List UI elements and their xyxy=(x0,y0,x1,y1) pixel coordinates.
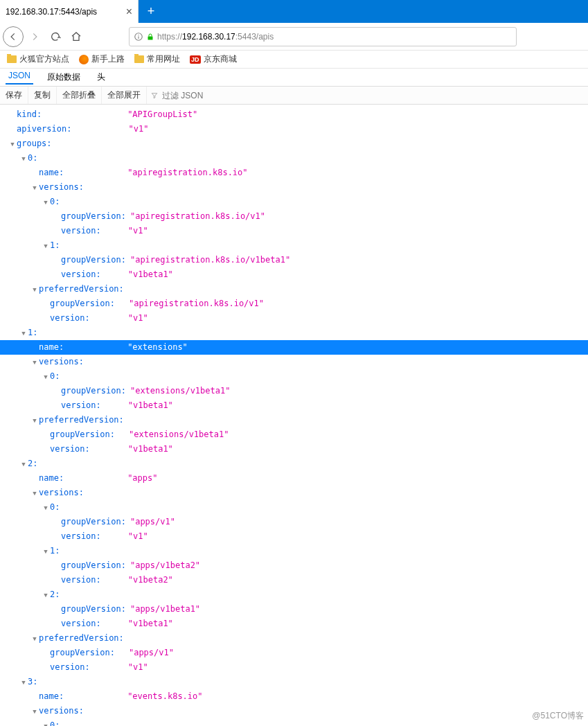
browser-tab[interactable]: 192.168.30.17:5443/apis × xyxy=(0,0,139,23)
json-key: 0 xyxy=(50,500,55,514)
copy-button[interactable]: 复制 xyxy=(28,87,57,104)
json-row[interactable]: ▼1: xyxy=(0,238,588,253)
json-row[interactable]: ▶version:"v1beta1" xyxy=(0,267,588,282)
disclosure-triangle-icon[interactable]: ▼ xyxy=(42,195,50,209)
disclosure-triangle-icon[interactable]: ▼ xyxy=(8,137,17,151)
json-row[interactable]: ▶groupVersion:"extensions/v1beta1" xyxy=(0,427,588,442)
json-row[interactable]: ▶version:"v1" xyxy=(0,224,588,238)
json-row[interactable]: ▶groupVersion:"extensions/v1beta1" xyxy=(0,384,588,398)
json-row[interactable]: ▶version:"v1beta1" xyxy=(0,617,588,631)
bookmark-item[interactable]: JD京东商城 xyxy=(190,53,237,65)
disclosure-triangle-icon[interactable]: ▼ xyxy=(30,355,39,369)
json-row[interactable]: ▶version:"v1" xyxy=(0,529,588,544)
json-row[interactable]: ▶groupVersion:"apiregistration.k8s.io/v1… xyxy=(0,209,588,224)
disclosure-triangle-icon[interactable]: ▼ xyxy=(19,675,28,689)
disclosure-triangle-icon[interactable]: ▼ xyxy=(42,370,50,384)
json-row[interactable]: ▶groupVersion:"apiregistration.k8s.io/v1… xyxy=(0,253,588,267)
disclosure-triangle-icon[interactable]: ▼ xyxy=(30,705,39,718)
json-row[interactable]: ▶name:"events.k8s.io" xyxy=(0,689,588,704)
forward-button[interactable] xyxy=(25,27,44,46)
json-row[interactable]: ▶groupVersion:"apps/v1beta2" xyxy=(0,558,588,573)
json-row[interactable]: ▶kind:"APIGroupList" xyxy=(0,107,588,122)
bookmark-item[interactable]: 火狐官方站点 xyxy=(7,53,69,65)
json-row[interactable]: ▼0: xyxy=(0,369,588,384)
disclosure-triangle-icon[interactable]: ▼ xyxy=(30,486,39,500)
json-row[interactable]: ▶groupVersion:"apps/v1" xyxy=(0,515,588,529)
json-row[interactable]: ▶version:"v1beta1" xyxy=(0,398,588,413)
json-row[interactable]: ▼3: xyxy=(0,675,588,689)
bookmark-item[interactable]: 常用网址 xyxy=(134,53,180,65)
json-key: groupVersion xyxy=(61,253,121,267)
home-button[interactable] xyxy=(66,27,86,46)
json-row[interactable]: ▼versions: xyxy=(0,704,588,718)
json-row[interactable]: ▼0: xyxy=(0,151,588,166)
json-row[interactable]: ▼1: xyxy=(0,326,588,340)
tab-json[interactable]: JSON xyxy=(6,71,33,85)
lock-icon[interactable] xyxy=(146,32,154,42)
json-row[interactable]: ▶name:"extensions" xyxy=(0,340,588,355)
disclosure-triangle-icon[interactable]: ▼ xyxy=(42,239,50,253)
disclosure-triangle-icon[interactable]: ▼ xyxy=(42,719,50,726)
json-row[interactable]: ▼2: xyxy=(0,457,588,471)
json-row[interactable]: ▶name:"apps" xyxy=(0,471,588,486)
json-row[interactable]: ▼groups: xyxy=(0,136,588,151)
disclosure-triangle-icon[interactable]: ▼ xyxy=(30,283,39,296)
json-value: "v1beta1" xyxy=(128,267,173,281)
json-row[interactable]: ▶version:"v1beta2" xyxy=(0,573,588,587)
json-value: "apps/v1" xyxy=(129,646,174,659)
json-key: 1 xyxy=(50,238,55,252)
json-row[interactable]: ▼0: xyxy=(0,500,588,515)
json-row[interactable]: ▶version:"v1" xyxy=(0,311,588,326)
disclosure-triangle-icon[interactable]: ▼ xyxy=(19,152,28,166)
json-row[interactable]: ▶groupVersion:"apps/v1" xyxy=(0,646,588,660)
json-value: "v1" xyxy=(128,224,148,238)
json-key: version xyxy=(50,311,85,325)
json-value: "extensions/v1beta1" xyxy=(129,427,229,441)
json-row[interactable]: ▼preferredVersion: xyxy=(0,631,588,646)
json-row[interactable]: ▶version:"v1beta1" xyxy=(0,442,588,457)
info-icon[interactable] xyxy=(134,32,143,42)
back-button[interactable] xyxy=(3,26,24,47)
json-toolbar: 保存 复制 全部折叠 全部展开 xyxy=(0,87,588,105)
json-row[interactable]: ▶groupVersion:"apiregistration.k8s.io/v1… xyxy=(0,296,588,311)
json-row[interactable]: ▶version:"v1" xyxy=(0,660,588,675)
reload-button[interactable] xyxy=(46,27,65,46)
json-row[interactable]: ▼versions: xyxy=(0,355,588,369)
disclosure-triangle-icon[interactable]: ▼ xyxy=(30,181,39,195)
json-tree[interactable]: ▶kind:"APIGroupList"▶apiversion:"v1"▼gro… xyxy=(0,105,588,726)
json-value: "apiregistration.k8s.io/v1" xyxy=(129,296,264,310)
json-row[interactable]: ▼0: xyxy=(0,718,588,726)
json-value: "v1" xyxy=(128,122,148,136)
filter-input[interactable] xyxy=(161,90,244,101)
disclosure-triangle-icon[interactable]: ▼ xyxy=(30,632,39,646)
json-value: "apps/v1beta2" xyxy=(130,558,200,572)
expand-all-button[interactable]: 全部展开 xyxy=(102,87,147,104)
tab-headers[interactable]: 头 xyxy=(94,71,108,83)
json-row[interactable]: ▼1: xyxy=(0,544,588,558)
json-key: name xyxy=(39,471,59,485)
url-bar[interactable]: https://192.168.30.17:5443/apis xyxy=(129,27,517,46)
json-row[interactable]: ▼versions: xyxy=(0,180,588,195)
close-tab-icon[interactable]: × xyxy=(126,6,132,17)
disclosure-triangle-icon[interactable]: ▼ xyxy=(19,457,28,471)
json-row[interactable]: ▼preferredVersion: xyxy=(0,282,588,296)
disclosure-triangle-icon[interactable]: ▼ xyxy=(42,544,50,558)
json-row[interactable]: ▶apiversion:"v1" xyxy=(0,122,588,136)
disclosure-triangle-icon[interactable]: ▼ xyxy=(42,501,50,515)
disclosure-triangle-icon[interactable]: ▼ xyxy=(30,414,39,427)
json-row[interactable]: ▼preferredVersion: xyxy=(0,413,588,427)
json-row[interactable]: ▼2: xyxy=(0,587,588,602)
save-button[interactable]: 保存 xyxy=(0,87,28,104)
json-row[interactable]: ▶groupVersion:"apps/v1beta1" xyxy=(0,602,588,617)
svg-point-1 xyxy=(138,34,139,35)
collapse-all-button[interactable]: 全部折叠 xyxy=(57,87,102,104)
disclosure-triangle-icon[interactable]: ▼ xyxy=(42,588,50,602)
new-tab-button[interactable]: + xyxy=(139,0,163,23)
tab-raw[interactable]: 原始数据 xyxy=(44,71,83,83)
json-row[interactable]: ▶name:"apiregistration.k8s.io" xyxy=(0,166,588,180)
json-row[interactable]: ▼0: xyxy=(0,195,588,209)
bookmark-item[interactable]: 新手上路 xyxy=(79,53,125,65)
disclosure-triangle-icon[interactable]: ▼ xyxy=(19,326,28,340)
json-row[interactable]: ▼versions: xyxy=(0,486,588,500)
json-value: "v1" xyxy=(128,529,148,543)
